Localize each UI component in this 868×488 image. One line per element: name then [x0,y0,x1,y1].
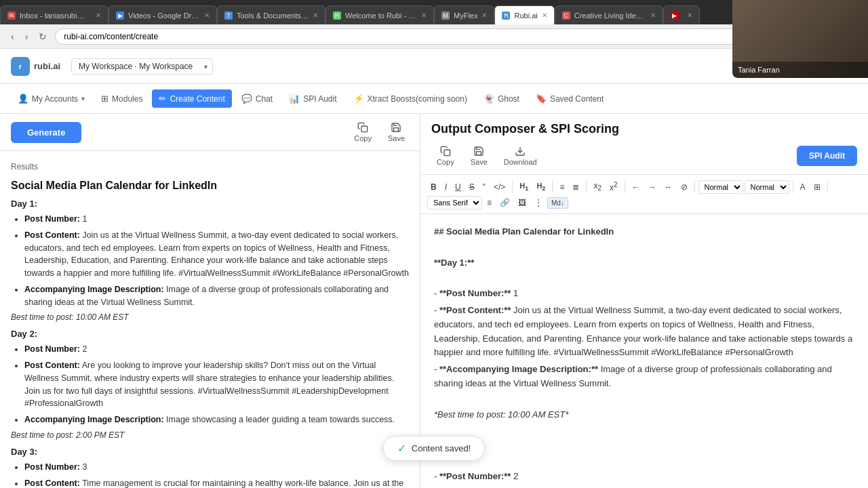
day-2-list: Post Number: 2 Post Content: Are you loo… [11,343,409,426]
video-person-name: Tania Farran [732,62,868,78]
italic-button[interactable]: I [441,180,450,194]
align-left-button[interactable]: ← [629,180,644,194]
chat-icon: 💬 [241,94,252,104]
bold-button[interactable]: B [427,180,440,194]
superscript-button[interactable]: x2 [606,179,621,195]
align-center-button[interactable]: → [645,180,660,194]
tab-welcome[interactable]: R Welcome to Rubi - Goo... ✕ [326,5,434,24]
list-item: Accompanying Image Description: Image sh… [24,413,409,426]
table-button[interactable]: ⊞ [810,180,824,194]
save-icon-right [473,146,484,157]
tab-label: Creative Living Ideas - Cre... [574,12,646,20]
copy-button-left[interactable]: Copy [350,119,376,145]
nav-modules[interactable]: ⊞ Modules [94,89,149,108]
nav-xtract[interactable]: ⚡ Xtract Boosts(coming soon) [347,89,474,108]
editor-content[interactable]: ## Social Media Plan Calendar for Linked… [420,214,868,488]
workspace-selector[interactable]: My Workspace · My Workspace [71,58,213,75]
tab-close-myflex[interactable]: ✕ [481,12,487,19]
editor-line: ## Social Media Plan Calendar for Linked… [434,225,854,239]
subscript-button[interactable]: x2 [590,179,605,194]
text-style-select[interactable]: Normal [698,180,743,194]
editor-line: - **Post Number:** 1 [434,287,854,301]
font-select[interactable]: Sans Serif [427,196,482,209]
tab-close-tools[interactable]: ✕ [313,12,318,19]
day-3-list: Post Number: 3 Post Content: Time manage… [11,461,409,488]
tab-label: Inbox - taniasrubi@gmail... [20,12,92,20]
tab-close-gdrive[interactable]: ✕ [204,12,210,19]
list-item: Accompanying Image Description: Image of… [24,283,409,309]
tab-close-welcome[interactable]: ✕ [421,12,427,19]
tab-close-gmail[interactable]: ✕ [96,12,101,19]
download-icon [515,146,526,157]
align-select[interactable]: ≡ [484,196,495,209]
align-right-button[interactable]: ↔ [661,180,676,194]
spi-audit-icon: 📊 [289,94,300,104]
tab-close-rubi[interactable]: ✕ [542,12,547,19]
tab-gmail[interactable]: ✉ Inbox - taniasrubi@gmail... ✕ [0,5,108,24]
ordered-list-button[interactable]: ≣ [569,180,583,194]
day-3-header: Day 3: [11,447,409,457]
bullet-list-button[interactable]: ≡ [556,180,568,194]
nav-spi-audit-label: SPI Audit [303,94,336,104]
tab-myflex[interactable]: M MyFlex ✕ [434,5,494,24]
left-content: Results Social Media Plan Calendar for L… [0,151,420,488]
nav-my-accounts[interactable]: 👤 My Accounts ▾ [11,89,92,108]
modules-icon: ⊞ [101,94,108,104]
logo-text: rubi.ai [34,61,60,71]
tab-label: Welcome to Rubi - Goo... [345,12,417,20]
strikethrough-button[interactable]: S [466,180,478,194]
save-button-right[interactable]: Save [465,143,493,169]
link-button[interactable]: 🔗 [496,196,513,209]
image-button[interactable]: 🖼 [515,196,530,209]
tab-label: Rubi.ai [514,12,537,20]
generate-button[interactable]: Generate [11,122,81,143]
back-button[interactable]: ‹ [8,30,17,43]
tab-video[interactable]: ▶ ✕ [663,5,700,24]
nav-chat[interactable]: 💬 Chat [235,89,279,108]
blockquote-button[interactable]: " [479,180,489,194]
toolbar-separator [625,181,625,193]
text-size-select[interactable]: Normal [745,180,789,194]
markdown-button[interactable]: Md↓ [547,197,568,209]
tab-creative[interactable]: C Creative Living Ideas - Cre... ✕ [555,5,663,24]
right-toolbar-left: Copy Save Download [431,143,542,169]
tab-close-creative[interactable]: ✕ [650,12,656,19]
list-item: Post Number: 3 [24,461,409,474]
h2-button[interactable]: H2 [533,180,549,194]
video-overlay: Tania Farran [732,0,868,78]
ghost-icon: 👻 [484,94,494,104]
more-button[interactable]: ⋮ [531,196,546,209]
reload-button[interactable]: ↻ [36,30,50,43]
clear-format-button[interactable]: ⊘ [677,180,691,194]
day-2-header: Day 2: [11,329,409,339]
forward-button[interactable]: › [22,30,31,43]
code-button[interactable]: </> [490,180,509,194]
nav-spi-audit[interactable]: 📊 SPI Audit [282,89,343,108]
xtract-icon: ⚡ [353,94,364,104]
toolbar-separator [827,181,828,193]
toast-check-icon: ✓ [397,442,406,455]
h1-button[interactable]: H1 [516,180,532,194]
nav-create-content[interactable]: ✏ Create Content [152,89,231,108]
right-toolbar-row: Copy Save Download SPI Audit [431,143,857,169]
editor-line: **Day 2:** [434,439,854,453]
spi-audit-button[interactable]: SPI Audit [797,146,857,166]
save-button-left[interactable]: Save [384,119,409,145]
results-label: Results [11,162,409,171]
tab-close-video[interactable]: ✕ [687,12,692,19]
copy-button-right[interactable]: Copy [431,143,460,169]
nav-saved-content[interactable]: 🔖 Saved Content [529,89,610,108]
underline-button[interactable]: U [452,180,465,194]
tab-gdrive[interactable]: ▶ Videos - Google Drive ✕ [108,5,217,24]
download-button[interactable]: Download [498,143,542,169]
right-panel: Output Composer & SPI Scoring Copy Save … [420,114,868,488]
text-color-button[interactable]: A [797,180,809,194]
tab-tools[interactable]: T Tools & Documents - Goo... ✕ [217,5,326,24]
nav-ghost[interactable]: 👻 Ghost [477,89,526,108]
nav-my-accounts-label: My Accounts [32,94,78,104]
left-panel: Generate Copy Save Results Social Media … [0,114,420,488]
list-item: Post Content: Are you looking to improve… [24,359,409,410]
my-accounts-icon: 👤 [18,94,28,104]
workspace-select[interactable]: My Workspace · My Workspace [71,58,213,75]
tab-rubi[interactable]: R Rubi.ai ✕ [494,5,554,24]
